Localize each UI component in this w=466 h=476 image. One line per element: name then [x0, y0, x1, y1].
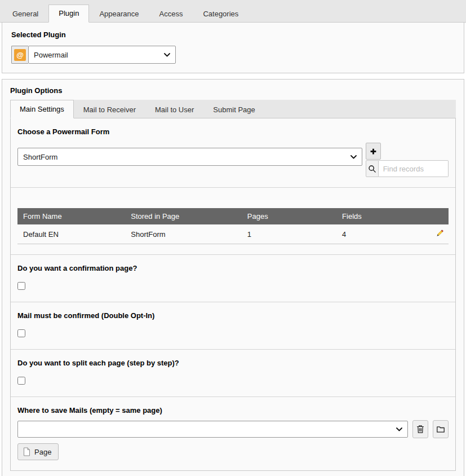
- tab-main-settings[interactable]: Main Settings: [10, 100, 74, 118]
- add-record-button[interactable]: [366, 143, 381, 160]
- folder-icon: [436, 425, 445, 433]
- main-settings-content: Choose a Powermail Form ShortForm: [10, 118, 456, 471]
- pencil-icon: [436, 229, 444, 237]
- edit-form-button[interactable]: [436, 229, 444, 237]
- forms-table-section: Form Name Stored in Page Pages Fields De…: [11, 187, 455, 254]
- record-tabbar: General Plugin Appearance Access Categor…: [0, 0, 466, 23]
- cell-stored-in-page: ShortForm: [125, 224, 242, 244]
- page-icon: [23, 447, 30, 456]
- plugin-options-panel: Plugin Options Main Settings Mail to Rec…: [2, 79, 464, 476]
- col-header-stored-in-page: Stored in Page: [125, 208, 242, 224]
- search-icon: [368, 165, 376, 173]
- record-search-group: [366, 160, 449, 177]
- plugin-icon-addon: @: [11, 46, 28, 64]
- powermail-form-select[interactable]: ShortForm: [17, 148, 362, 166]
- tab-plugin[interactable]: Plugin: [48, 5, 89, 23]
- selected-plugin-select[interactable]: Powermail: [28, 46, 176, 64]
- trash-icon: [416, 425, 424, 434]
- double-optin-heading: Mail must be confirmed (Double Opt-In): [17, 311, 449, 320]
- clear-selection-button[interactable]: [412, 420, 428, 438]
- browse-pages-button[interactable]: [433, 420, 449, 438]
- tab-access[interactable]: Access: [149, 5, 193, 23]
- plugin-options-tabbar: Main Settings Mail to Receiver Mail to U…: [10, 100, 456, 118]
- chevron-down-icon: [396, 427, 402, 431]
- col-header-edit: [423, 208, 449, 224]
- tab-general[interactable]: General: [2, 5, 48, 23]
- powermail-form-value: ShortForm: [23, 153, 57, 161]
- cell-form-name: Default EN: [17, 224, 125, 244]
- tab-mail-to-user[interactable]: Mail to User: [145, 100, 203, 118]
- double-optin-section: Mail must be confirmed (Double Opt-In): [11, 302, 455, 349]
- powermail-at-icon: @: [14, 49, 26, 61]
- cell-pages: 1: [242, 224, 336, 244]
- split-pages-checkbox[interactable]: [17, 377, 25, 385]
- choose-form-heading: Choose a Powermail Form: [17, 127, 449, 136]
- selected-plugin-value: Powermail: [34, 51, 68, 59]
- split-pages-heading: Do you want to split each page (step by …: [17, 359, 449, 367]
- col-header-form-name: Form Name: [17, 208, 125, 224]
- page-button[interactable]: Page: [17, 443, 59, 460]
- col-header-fields: Fields: [336, 208, 423, 224]
- forms-table-header-row: Form Name Stored in Page Pages Fields: [17, 208, 449, 224]
- selected-plugin-group: @ Powermail: [11, 46, 176, 64]
- forms-table: Form Name Stored in Page Pages Fields De…: [17, 208, 449, 244]
- save-mails-select[interactable]: [17, 421, 408, 438]
- confirmation-page-section: Do you want a confirmation page?: [11, 254, 455, 302]
- find-records-input[interactable]: [379, 160, 449, 177]
- chevron-down-icon: [350, 155, 357, 159]
- plugin-options-heading: Plugin Options: [10, 86, 456, 95]
- tab-mail-to-receiver[interactable]: Mail to Receiver: [74, 100, 145, 118]
- double-optin-checkbox[interactable]: [17, 329, 25, 337]
- cell-fields: 4: [336, 224, 423, 244]
- col-header-pages: Pages: [242, 208, 336, 224]
- save-mails-heading: Where to save Mails (empty = same page): [17, 406, 449, 415]
- table-row: Default EN ShortForm 1 4: [17, 224, 449, 244]
- tab-submit-page[interactable]: Submit Page: [203, 100, 264, 118]
- selected-plugin-heading: Selected Plugin: [11, 30, 455, 39]
- confirmation-page-heading: Do you want a confirmation page?: [17, 264, 449, 272]
- split-pages-section: Do you want to split each page (step by …: [11, 349, 455, 396]
- tab-appearance[interactable]: Appearance: [89, 5, 149, 23]
- tab-categories[interactable]: Categories: [193, 5, 248, 23]
- chevron-down-icon: [164, 53, 170, 57]
- choose-form-section: Choose a Powermail Form ShortForm: [11, 118, 455, 187]
- search-button[interactable]: [366, 160, 379, 177]
- confirmation-page-checkbox[interactable]: [17, 282, 25, 290]
- save-mails-section: Where to save Mails (empty = same page): [11, 396, 455, 470]
- page-button-label: Page: [34, 448, 51, 456]
- plus-icon: [370, 148, 377, 155]
- selected-plugin-panel: Selected Plugin @ Powermail: [2, 23, 464, 73]
